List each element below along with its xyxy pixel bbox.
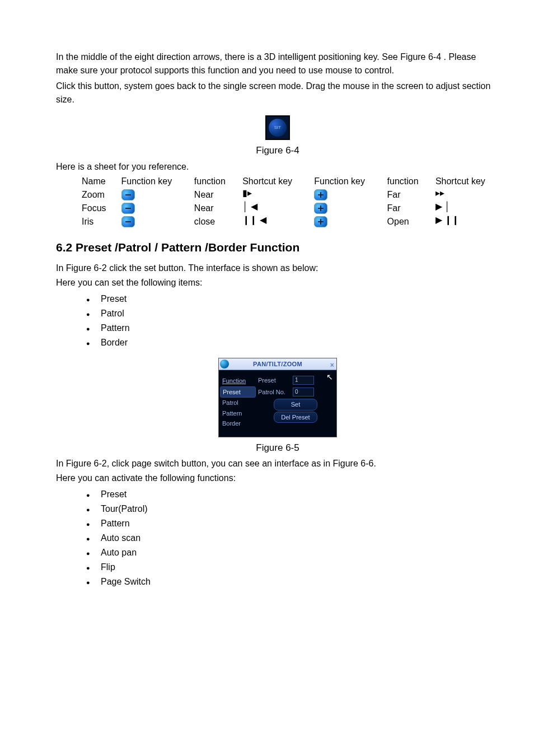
- patrol-no-field[interactable]: 0: [293, 388, 314, 396]
- sec62-p2: Here you can set the following items:: [56, 276, 499, 290]
- preset-label: Preset: [258, 376, 293, 385]
- figure-6-4-caption: Figure 6-4: [56, 143, 499, 158]
- table-row: Iris close ❙❙ ◀ Open ▶ ❙❙: [78, 215, 504, 228]
- ptz-title-text: PAN/TILT/ZOOM: [253, 361, 302, 367]
- function-item-patrol[interactable]: Patrol: [222, 398, 256, 408]
- list-item: Tour(Patrol): [101, 502, 499, 516]
- function-item-border[interactable]: Border: [222, 418, 256, 429]
- set-items-list: Preset Patrol Pattern Border: [56, 292, 499, 350]
- set-button[interactable]: Set: [274, 399, 317, 410]
- ptz-dialog: PAN/TILT/ZOOM × ↖ Function Preset Patrol…: [218, 358, 337, 437]
- list-item: Border: [101, 335, 499, 350]
- function-item-preset[interactable]: Preset: [220, 386, 256, 398]
- function-header: Function: [222, 376, 256, 386]
- list-item: Patrol: [101, 306, 499, 321]
- list-item: Preset: [101, 487, 499, 502]
- sit-button[interactable]: SIT: [265, 115, 290, 140]
- plus-icon: [314, 189, 327, 200]
- ptz-titlebar: PAN/TILT/ZOOM ×: [219, 358, 336, 370]
- minus-icon: [121, 189, 135, 200]
- section-6-2-heading: 6.2 Preset /Patrol / Pattern /Border Fun…: [56, 239, 499, 256]
- function-item-pattern[interactable]: Pattern: [222, 408, 256, 419]
- minus-icon: [121, 203, 135, 214]
- ptz-function-list: Function Preset Patrol Pattern Border: [222, 376, 256, 429]
- cursor-icon: ↖: [326, 371, 333, 383]
- list-item: Page Switch: [101, 575, 499, 589]
- list-item: Preset: [101, 292, 499, 306]
- list-item: Auto scan: [101, 531, 499, 545]
- col-fnkey2: Function key: [311, 175, 383, 188]
- list-item: Auto pan: [101, 545, 499, 560]
- figure-6-5-caption: Figure 6-5: [56, 441, 499, 455]
- plus-icon: [314, 216, 327, 227]
- col-fnkey1: Function key: [118, 175, 191, 188]
- col-name: Name: [78, 175, 118, 188]
- intro-paragraph-1: In the middle of the eight direction arr…: [56, 50, 499, 77]
- close-icon[interactable]: ×: [330, 360, 334, 371]
- col-sc2: Shortcut key: [432, 175, 504, 188]
- col-fn1: function: [191, 175, 239, 188]
- table-row: Zoom Near ▮▸ Far ▸▸: [78, 188, 504, 202]
- del-preset-button[interactable]: Del Preset: [274, 412, 317, 423]
- col-sc1: Shortcut key: [239, 175, 311, 188]
- window-icon: [220, 360, 229, 368]
- patrol-no-label: Patrol No.: [258, 388, 293, 397]
- intro-paragraph-2: Click this button, system goes back to t…: [56, 80, 499, 106]
- table-row: Focus Near │ ◀ Far ▶ │: [78, 202, 504, 215]
- sec62-p3: In Figure 6-2, click page switch button,…: [56, 457, 499, 470]
- reference-intro: Here is a sheet for you reference.: [56, 160, 499, 174]
- preset-field[interactable]: 1: [293, 376, 314, 385]
- plus-icon: [314, 203, 327, 214]
- sit-label: SIT: [274, 124, 281, 131]
- list-item: Pattern: [101, 321, 499, 335]
- list-item: Pattern: [101, 516, 499, 531]
- col-fn2: function: [384, 175, 432, 188]
- reference-table: Name Function key function Shortcut key …: [78, 175, 504, 228]
- activate-items-list: Preset Tour(Patrol) Pattern Auto scan Au…: [56, 487, 499, 589]
- sec62-p4: Here you can activate the following func…: [56, 472, 499, 485]
- figure-6-4: SIT: [56, 115, 499, 140]
- minus-icon: [121, 216, 135, 227]
- sec62-p1: In Figure 6-2 click the set button. The …: [56, 262, 499, 275]
- table-header-row: Name Function key function Shortcut key …: [78, 175, 504, 188]
- list-item: Flip: [101, 560, 499, 575]
